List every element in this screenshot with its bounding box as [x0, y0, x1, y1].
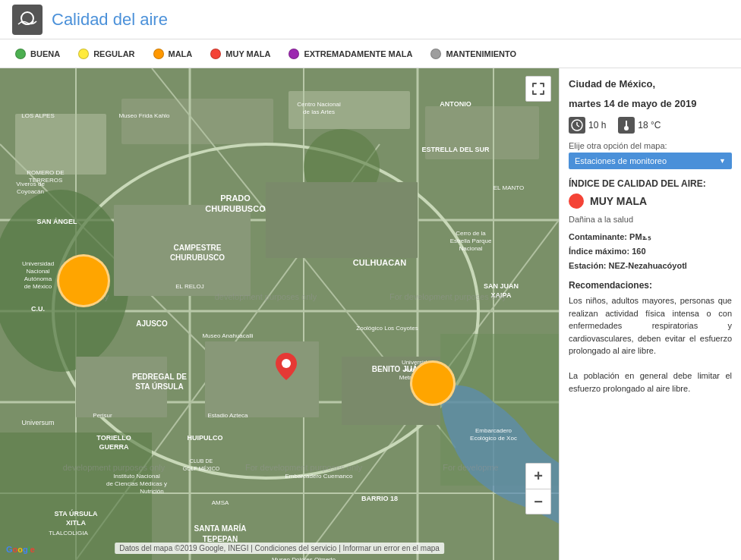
legend-dot-buena: [15, 49, 26, 59]
map-footer: Datos del mapa ©2019 Google, INEGI | Con…: [115, 543, 444, 554]
estacion-name: NEZ-Nezahuacóyotl: [609, 261, 687, 270]
time-value: 10 h: [588, 120, 606, 131]
legend-label-extremadamente-mala: EXTREMADAMENTE MALA: [304, 49, 412, 58]
sidebar: Ciudad de México, martes 14 de mayo de 2…: [559, 68, 741, 560]
svg-text:Embarcadero: Embarcadero: [475, 427, 512, 434]
map-selector-value: Estaciones de monitoreo: [575, 156, 667, 165]
svg-text:Centro Nacional: Centro Nacional: [297, 101, 341, 108]
svg-rect-5: [121, 99, 273, 144]
svg-rect-23: [0, 433, 152, 560]
svg-line-100: [577, 125, 579, 127]
svg-rect-0: [12, 5, 43, 35]
air-quality-badge: MUY MALA: [569, 193, 732, 209]
page-title: Calidad del aire: [52, 10, 168, 30]
city-date: martes 14 de mayo de 2019: [569, 97, 732, 111]
svg-text:Museo Frida Kahlo: Museo Frida Kahlo: [118, 112, 170, 119]
svg-text:SAN JUAN: SAN JUAN: [484, 282, 519, 290]
svg-text:de las Artes: de las Artes: [303, 109, 335, 115]
main-content: PRADO CHURUBUSCO CAMPESTRE CHURUBUSCO CU…: [0, 68, 741, 560]
legend-dot-extremadamente-mala: [289, 49, 299, 59]
legend-dot-muy-mala: [210, 49, 221, 59]
svg-text:TORIELLO: TORIELLO: [96, 434, 131, 442]
svg-text:STA ÚRSULA: STA ÚRSULA: [135, 382, 183, 391]
zoom-in-button[interactable]: +: [525, 463, 551, 489]
svg-text:Embarcadero Cuemanco: Embarcadero Cuemanco: [285, 473, 353, 480]
map-marker-red-pin[interactable]: [276, 353, 297, 380]
svg-text:Perisur: Perisur: [93, 412, 112, 419]
svg-text:PRADO: PRADO: [220, 193, 251, 203]
app-header: Calidad del aire: [0, 0, 741, 39]
legend-extremadamente-mala: EXTREMADAMENTE MALA: [289, 49, 412, 59]
air-quality-details: Contaminante: PM₂.₅ Índice máximo: 160 E…: [569, 230, 732, 272]
svg-text:AJUSCO: AJUSCO: [136, 319, 168, 328]
svg-text:EL MANTO: EL MANTO: [493, 184, 524, 191]
google-logo: Google: [6, 545, 35, 554]
svg-point-102: [624, 126, 629, 131]
zoom-out-button[interactable]: −: [525, 489, 551, 514]
svg-text:Museo Dolores Olmedo: Museo Dolores Olmedo: [272, 556, 336, 560]
estacion-label: Estación:: [569, 261, 607, 270]
svg-text:CULHUACAN: CULHUACAN: [353, 258, 406, 267]
svg-text:ESTRELLA DEL SUR: ESTRELLA DEL SUR: [421, 146, 490, 153]
map-selector-label: Elije otra opción del mapa:: [569, 141, 732, 150]
svg-text:Estrella Parque: Estrella Parque: [450, 238, 492, 244]
legend-mantenimiento: MANTENIMIENTO: [430, 49, 516, 59]
svg-text:HUIPULCO: HUIPULCO: [188, 434, 223, 442]
svg-text:SAN ÁNGEL: SAN ÁNGEL: [36, 218, 77, 225]
legend-label-mantenimiento: MANTENIMIENTO: [446, 49, 516, 58]
indice-number: 160: [632, 247, 645, 256]
air-quality-dot: [569, 193, 584, 209]
app-logo: [12, 5, 43, 35]
svg-text:For development purposes only: For development purposes only: [245, 463, 363, 472]
map-zoom-controls: + −: [525, 463, 551, 514]
air-quality-description: Dañina a la salud: [569, 215, 732, 224]
svg-text:de Ciencias Médicas y: de Ciencias Médicas y: [106, 480, 167, 487]
map-background: PRADO CHURUBUSCO CAMPESTRE CHURUBUSCO CU…: [0, 68, 559, 560]
legend-label-mala: MALA: [169, 49, 193, 58]
svg-rect-4: [15, 114, 106, 175]
legend-label-muy-mala: MUY MALA: [225, 49, 270, 58]
city-name: Ciudad de México,: [569, 77, 732, 91]
air-quality-level: MUY MALA: [590, 195, 647, 207]
weather-time: 10 h: [569, 117, 606, 134]
svg-text:GOLF MÉXICO: GOLF MÉXICO: [183, 465, 220, 471]
legend-dot-mantenimiento: [430, 49, 441, 59]
svg-text:Nacional: Nacional: [26, 268, 49, 275]
weather-info: 10 h 18 °C: [569, 117, 732, 134]
map-marker-orange-2[interactable]: [410, 360, 456, 406]
svg-rect-27: [266, 182, 418, 258]
legend-dot-regular: [78, 49, 89, 59]
legend-muy-mala: MUY MALA: [210, 49, 270, 59]
map-marker-orange-1[interactable]: [57, 254, 110, 307]
svg-text:Autónoma: Autónoma: [24, 275, 52, 282]
recommendations-title: Recomendaciones:: [569, 280, 732, 291]
contaminant-value: PM₂.₅: [629, 232, 651, 241]
svg-text:development purposes only: development purposes only: [215, 292, 317, 301]
svg-text:AMSA: AMSA: [212, 499, 229, 506]
map-expand-button[interactable]: [525, 76, 551, 102]
svg-text:C.U.: C.U.: [31, 305, 45, 313]
svg-rect-28: [205, 341, 319, 417]
svg-text:GUERRA: GUERRA: [99, 443, 129, 451]
svg-text:Zoológico Los Coyotes: Zoológico Los Coyotes: [356, 325, 418, 332]
svg-text:LOS ALPES: LOS ALPES: [21, 112, 55, 119]
indice-line: Índice máximo: 160: [569, 244, 732, 259]
svg-text:de México: de México: [24, 283, 52, 290]
map-container[interactable]: PRADO CHURUBUSCO CAMPESTRE CHURUBUSCO CU…: [0, 68, 559, 560]
legend-regular: REGULAR: [78, 49, 134, 59]
svg-text:STA ÚRSULA: STA ÚRSULA: [55, 509, 98, 518]
svg-text:ANTONIO: ANTONIO: [440, 100, 471, 108]
svg-text:Universidad: Universidad: [22, 260, 54, 267]
thermometer-icon: [618, 117, 635, 134]
svg-text:EL RELOJ: EL RELOJ: [175, 283, 204, 290]
svg-text:BARRIO 18: BARRIO 18: [361, 495, 398, 502]
svg-text:Universum: Universum: [21, 419, 54, 426]
recommendations-text: Los niños, adultos mayores, personas que…: [569, 294, 732, 395]
map-selector-dropdown[interactable]: Estaciones de monitoreo: [569, 153, 732, 169]
map-selector-wrapper[interactable]: Estaciones de monitoreo: [569, 153, 732, 169]
svg-text:ROMERO DE: ROMERO DE: [27, 169, 64, 176]
svg-text:Nacional: Nacional: [459, 245, 482, 252]
svg-text:Instituto Nacional: Instituto Nacional: [113, 473, 160, 480]
svg-text:CLUB DE: CLUB DE: [190, 458, 213, 464]
svg-text:TERREROS: TERREROS: [29, 177, 62, 184]
